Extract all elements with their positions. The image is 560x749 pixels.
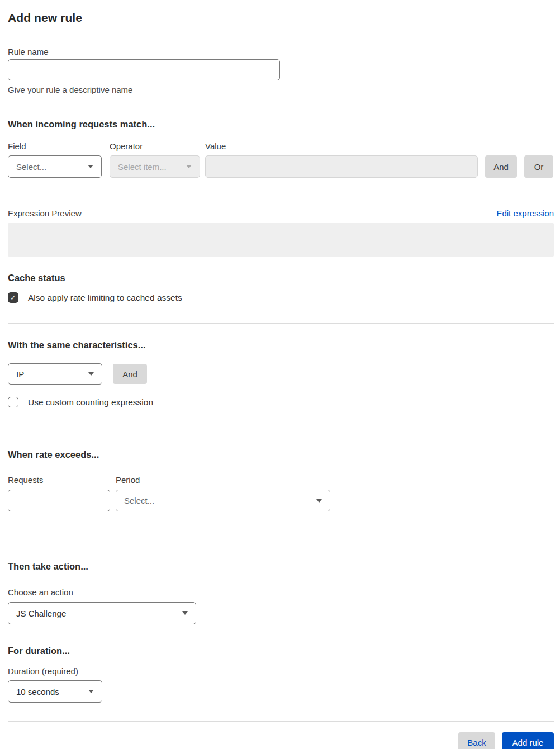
operator-select[interactable]: Select item... (110, 155, 200, 178)
add-rule-form: Add new rule Rule name Give your rule a … (0, 0, 560, 749)
characteristic-and-button[interactable]: And (113, 364, 147, 384)
or-button[interactable]: Or (524, 155, 553, 178)
period-select[interactable]: Select... (116, 490, 330, 511)
match-controls-row: Select... Select item... And Or (8, 155, 554, 178)
rule-name-helper-text: Give your rule a descriptive name (8, 85, 554, 95)
rate-heading: When rate exceeds... (8, 448, 554, 461)
requests-input[interactable] (8, 490, 110, 511)
section-divider (8, 428, 554, 428)
action-select-value: JS Challenge (16, 609, 66, 618)
back-button[interactable]: Back (458, 732, 495, 749)
cached-assets-checkbox[interactable]: ✓ (8, 292, 18, 303)
value-label: Value (205, 141, 226, 151)
chevron-down-icon (186, 165, 192, 168)
rule-name-input[interactable] (8, 59, 280, 80)
period-label: Period (116, 475, 140, 485)
duration-heading: For duration... (8, 644, 554, 657)
cache-status-heading: Cache status (8, 272, 554, 284)
requests-label: Requests (8, 475, 116, 485)
characteristic-select-value: IP (16, 369, 24, 379)
rate-labels-row: Requests Period (8, 475, 554, 485)
field-select-value: Select... (16, 162, 46, 172)
footer-actions: Back Add rule (8, 732, 554, 749)
expression-preview-header: Expression Preview Edit expression (8, 208, 554, 219)
chevron-down-icon (88, 690, 94, 693)
section-divider (8, 541, 554, 541)
duration-label: Duration (required) (8, 666, 554, 676)
check-icon: ✓ (10, 293, 16, 302)
cached-assets-checkbox-label: Also apply rate limiting to cached asset… (28, 293, 182, 303)
rate-controls-row: Select... (8, 490, 554, 511)
duration-select[interactable]: 10 seconds (8, 680, 102, 703)
section-divider (8, 323, 554, 324)
duration-select-value: 10 seconds (16, 687, 59, 696)
chevron-down-icon (316, 499, 322, 503)
add-rule-button[interactable]: Add rule (502, 732, 554, 749)
period-select-value: Select... (124, 496, 154, 505)
page-title: Add new rule (8, 10, 554, 26)
chevron-down-icon (88, 165, 93, 168)
field-label: Field (8, 141, 110, 151)
chevron-down-icon (88, 372, 94, 376)
custom-counting-checkbox[interactable] (8, 397, 18, 407)
cache-checkbox-row: ✓ Also apply rate limiting to cached ass… (8, 292, 554, 303)
characteristic-select[interactable]: IP (8, 363, 102, 385)
operator-select-value: Select item... (118, 162, 167, 172)
and-button[interactable]: And (485, 155, 517, 178)
field-select[interactable]: Select... (8, 155, 102, 178)
choose-action-label: Choose an action (8, 587, 554, 598)
expression-preview-label: Expression Preview (8, 208, 82, 219)
characteristics-heading: With the same characteristics... (8, 339, 554, 351)
custom-counting-row: Use custom counting expression (8, 397, 554, 407)
characteristics-row: IP And (8, 363, 554, 385)
footer-divider (8, 721, 554, 722)
action-heading: Then take action... (8, 560, 554, 572)
expression-preview-box (8, 223, 554, 257)
value-input[interactable] (205, 155, 478, 178)
custom-counting-checkbox-label: Use custom counting expression (28, 397, 153, 407)
action-select[interactable]: JS Challenge (8, 602, 196, 624)
edit-expression-link[interactable]: Edit expression (496, 208, 554, 218)
chevron-down-icon (182, 611, 188, 615)
match-labels-row: Field Operator Value (8, 141, 554, 151)
operator-label: Operator (110, 141, 205, 151)
match-section-heading: When incoming requests match... (8, 118, 554, 130)
rule-name-label: Rule name (8, 47, 554, 57)
